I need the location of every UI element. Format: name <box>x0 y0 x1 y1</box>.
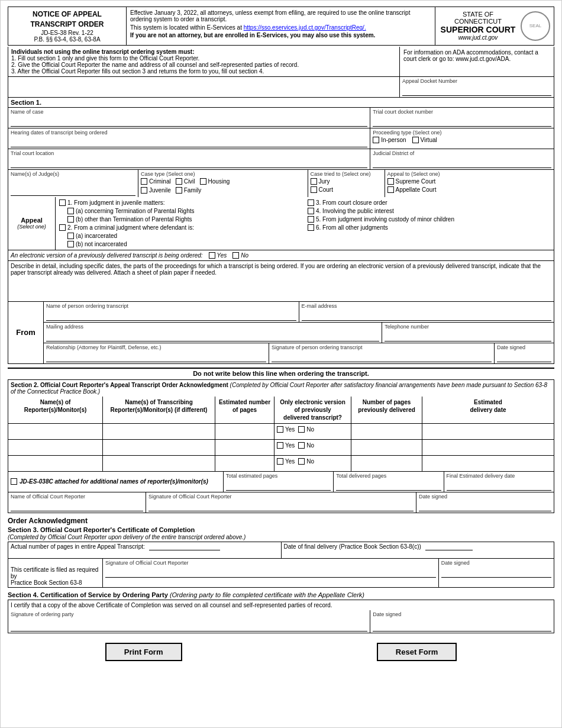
s4-date-input[interactable] <box>373 619 551 632</box>
telephone-input[interactable] <box>385 331 551 342</box>
appeal-cb-1b[interactable] <box>67 216 74 223</box>
row2-col3[interactable] <box>215 440 274 455</box>
email-input[interactable] <box>302 310 552 321</box>
electronic-yes-cb[interactable] <box>209 252 215 259</box>
row2-no[interactable]: No <box>298 442 314 449</box>
criminal-checkbox[interactable] <box>141 178 147 185</box>
appellate-court-option[interactable]: Appellate Court <box>387 186 552 193</box>
name-input[interactable] <box>46 310 296 321</box>
juvenile-option[interactable]: Juvenile <box>141 187 171 194</box>
row2-col5[interactable] <box>351 440 422 455</box>
row1-col3[interactable] <box>215 424 274 439</box>
appeal-cb-1a[interactable] <box>67 208 74 214</box>
appeal-docket-value[interactable] <box>402 85 551 96</box>
appeal-opt-2a[interactable]: (a) incarcerated <box>59 233 302 239</box>
judicial-district-input[interactable] <box>373 157 551 168</box>
s4-sig-input[interactable] <box>11 619 367 632</box>
row1-col2[interactable] <box>103 424 215 439</box>
row3-col3[interactable] <box>215 456 274 471</box>
reporter-name-input[interactable] <box>11 501 143 511</box>
row2-col1[interactable] <box>8 440 103 455</box>
electronic-yes[interactable]: Yes <box>209 252 227 259</box>
appeal-cb-5[interactable] <box>308 216 314 223</box>
appeal-opt-2b[interactable]: (b) not incarcerated <box>59 241 302 247</box>
row3-col5[interactable] <box>351 456 422 471</box>
appeal-opt-6[interactable]: 6. From all other judgments <box>308 224 550 231</box>
in-person-checkbox[interactable] <box>373 137 379 143</box>
relationship-input[interactable] <box>46 352 266 362</box>
hearing-dates-input[interactable] <box>11 137 367 147</box>
supreme-court-option[interactable]: Supreme Court <box>387 178 552 185</box>
row2-yes[interactable]: Yes <box>277 442 295 449</box>
criminal-option[interactable]: Criminal <box>141 178 171 185</box>
juvenile-checkbox[interactable] <box>141 187 147 194</box>
virtual-option[interactable]: Virtual <box>412 137 437 143</box>
appeal-cb-2[interactable] <box>59 224 66 231</box>
location-input[interactable] <box>11 157 367 168</box>
transcript-link[interactable]: https://sso.eservices.jud.ct.gov/Transcr… <box>244 24 366 31</box>
family-option[interactable]: Family <box>176 187 201 194</box>
jury-checkbox[interactable] <box>311 178 317 185</box>
reporter-sig-input[interactable] <box>148 501 414 511</box>
row2-no-cb[interactable] <box>298 442 305 449</box>
case-name-input[interactable] <box>11 116 367 127</box>
civil-checkbox[interactable] <box>176 178 182 185</box>
row2-col6[interactable] <box>422 440 554 455</box>
court-checkbox[interactable] <box>311 186 317 193</box>
appeal-opt-3[interactable]: 3. From court closure order <box>308 199 550 206</box>
appeal-cb-6[interactable] <box>308 224 314 231</box>
row3-col1[interactable] <box>8 456 103 471</box>
row1-col6[interactable] <box>422 424 554 439</box>
housing-checkbox[interactable] <box>200 178 206 185</box>
final-estimated-input[interactable] <box>447 480 551 491</box>
row2-yes-cb[interactable] <box>277 442 283 449</box>
supreme-court-checkbox[interactable] <box>387 178 394 185</box>
row3-col6[interactable] <box>422 456 554 471</box>
appeal-opt-1b[interactable]: (b) other than Termination of Parental R… <box>59 216 302 223</box>
trial-docket-input[interactable] <box>373 116 551 127</box>
row2-col2[interactable] <box>103 440 215 455</box>
electronic-no-cb[interactable] <box>232 252 239 259</box>
appeal-cb-1[interactable] <box>59 199 66 206</box>
appeal-opt-4[interactable]: 4. Involving the public interest <box>308 208 550 214</box>
row1-col5[interactable] <box>351 424 422 439</box>
electronic-no[interactable]: No <box>232 252 248 259</box>
row3-no-cb[interactable] <box>298 458 305 465</box>
virtual-checkbox[interactable] <box>412 137 419 143</box>
appellate-court-checkbox[interactable] <box>387 186 394 193</box>
appeal-cb-2a[interactable] <box>67 233 74 239</box>
appeal-cb-4[interactable] <box>308 208 314 214</box>
row1-yes[interactable]: Yes <box>277 426 295 433</box>
housing-option[interactable]: Housing <box>200 178 230 185</box>
court-option[interactable]: Court <box>311 186 382 193</box>
signature-input[interactable] <box>272 352 492 362</box>
appeal-opt-2[interactable]: 2. From a criminal judgment where defend… <box>59 224 302 231</box>
in-person-option[interactable]: In-person <box>373 137 406 143</box>
appeal-cb-3[interactable] <box>308 199 314 206</box>
describe-input[interactable] <box>11 276 551 299</box>
row3-yes-cb[interactable] <box>277 458 283 465</box>
mailing-input[interactable] <box>46 331 379 342</box>
reset-button[interactable]: Reset Form <box>377 643 457 661</box>
row1-no[interactable]: No <box>298 426 314 433</box>
total-delivered-input[interactable] <box>336 480 441 491</box>
row3-col2[interactable] <box>103 456 215 471</box>
row1-col1[interactable] <box>8 424 103 439</box>
date-signed-input[interactable] <box>497 352 551 362</box>
row1-yes-cb[interactable] <box>277 426 283 433</box>
row3-no[interactable]: No <box>298 458 314 465</box>
judge-input[interactable] <box>11 178 135 196</box>
appeal-opt-1[interactable]: 1. From judgment in juvenile matters: <box>59 199 302 206</box>
appeal-opt-1a[interactable]: (a) concerning Termination of Parental R… <box>59 208 302 214</box>
appeal-opt-5[interactable]: 5. From judgment involving custody of mi… <box>308 216 550 223</box>
cert-sig-input[interactable] <box>105 567 436 578</box>
cert-date-input[interactable] <box>441 567 551 578</box>
attached-cb[interactable] <box>11 478 17 485</box>
print-button[interactable]: Print Form <box>105 643 182 661</box>
total-estimated-input[interactable] <box>226 480 331 491</box>
jury-option[interactable]: Jury <box>311 178 382 185</box>
civil-option[interactable]: Civil <box>176 178 195 185</box>
reporter-date-input[interactable] <box>419 501 551 511</box>
row1-no-cb[interactable] <box>298 426 305 433</box>
family-checkbox[interactable] <box>176 187 182 194</box>
